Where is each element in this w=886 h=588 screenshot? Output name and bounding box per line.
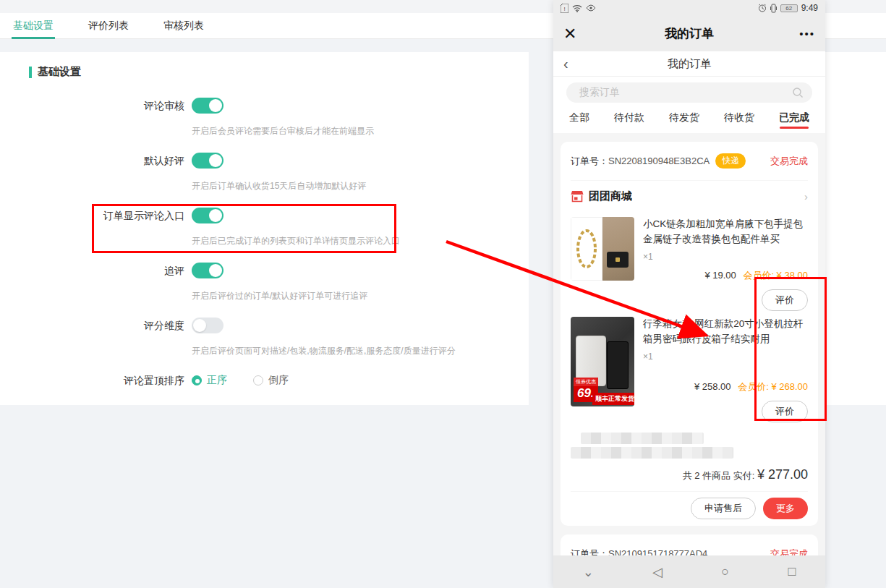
default-good-review-toggle[interactable]	[192, 153, 223, 169]
product-image-chain-bag	[571, 217, 634, 281]
product-image-luggage: 领券优惠 69. 顺丰正常发货	[571, 317, 634, 406]
member-price: 会员价: ¥ 268.00	[738, 381, 808, 392]
back-chevron-icon[interactable]: ‹	[563, 56, 607, 71]
setting-label: 评论置顶排序	[29, 372, 184, 388]
setting-row-comment-audit: 评论审核 开启后会员评论需要后台审核后才能在前端显示	[29, 98, 529, 137]
setting-row-rating-dimension: 评分维度 开启后评价页面可对描述/包装,物流服务/配送,服务态度/质量进行评分	[29, 318, 529, 357]
sort-desc-radio[interactable]: 倒序	[253, 374, 289, 387]
follow-up-review-toggle[interactable]	[192, 263, 223, 278]
alarm-icon	[758, 4, 767, 12]
order-no-label: 订单号：	[571, 155, 608, 168]
svg-text:!: !	[563, 6, 565, 12]
sdcard-alert-icon: !	[561, 4, 568, 13]
sort-asc-radio[interactable]: 正序	[192, 374, 227, 387]
more-menu-icon[interactable]: •••	[764, 27, 815, 40]
shop-row[interactable]: 团团商城 ›	[571, 181, 808, 211]
order-status-tabs: 全部 待付款 待发货 待收货 已完成	[553, 107, 825, 133]
search-icon	[792, 87, 804, 98]
phone-status-bar: ! 62 9:49	[553, 0, 825, 16]
tab-review-list[interactable]: 评价列表	[88, 13, 129, 39]
phone-screenshot: ! 62 9:49 ✕ 我的订单 ••• ‹ 我的订单 搜索订单 全部 待付款 …	[553, 0, 825, 588]
radio-label: 正序	[207, 374, 227, 387]
search-bar-wrap: 搜索订单	[553, 77, 825, 107]
after-sale-button[interactable]: 申请售后	[691, 498, 756, 519]
comment-sort-radio-group: 正序 倒序	[192, 372, 289, 387]
more-button[interactable]: 更多	[763, 498, 808, 519]
section-title-text: 基础设置	[38, 65, 81, 79]
tab-pending-receipt[interactable]: 待收货	[724, 111, 754, 133]
product-qty: ×1	[643, 351, 808, 362]
coupon-tag: 领券优惠	[574, 378, 598, 386]
basic-settings-panel: 基础设置 评论审核 开启后会员评论需要后台审核后才能在前端显示 默认好评 开启后…	[0, 52, 529, 405]
member-price: 会员价: ¥ 38.00	[743, 270, 808, 281]
android-recents-icon[interactable]: □	[788, 564, 796, 579]
rating-dimension-toggle[interactable]	[192, 318, 223, 333]
order-status: 交易完成	[770, 155, 808, 168]
order-item-2[interactable]: 领券优惠 69. 顺丰正常发货 行李箱女ins网红新款20寸小登机拉杆箱男密码旅…	[571, 317, 808, 422]
shop-icon	[571, 190, 584, 203]
tab-all[interactable]: 全部	[569, 111, 589, 133]
setting-desc: 开启后会员评论需要后台审核后才能在前端显示	[192, 125, 374, 137]
tab-audit-list[interactable]: 审核列表	[163, 13, 204, 39]
order-review-entry-toggle[interactable]	[192, 208, 223, 223]
admin-card-right-patch	[825, 52, 886, 405]
section-title: 基础设置	[29, 65, 529, 79]
review-button-2[interactable]: 评价	[762, 401, 808, 422]
order-card-1: 订单号： SN2208190948E3B2CA 快递 交易完成 团团商城 › 小…	[561, 142, 818, 526]
setting-row-comment-sort: 评论置顶排序 正序 倒序	[29, 372, 529, 388]
android-back-icon[interactable]: ◁	[652, 564, 663, 580]
setting-label: 评分维度	[29, 318, 184, 357]
chevron-right-icon: ›	[804, 190, 808, 203]
radio-dot-icon	[253, 375, 263, 385]
order-header: 订单号： SN2208190948E3B2CA 快递 交易完成	[571, 142, 808, 181]
setting-desc: 开启后评价过的订单/默认好评订单可进行追评	[192, 290, 367, 302]
express-badge: 快递	[715, 153, 746, 169]
shop-name: 团团商城	[589, 189, 632, 203]
radio-dot-icon	[192, 375, 202, 385]
order-total-row: 共 2 件商品 实付: ¥ 277.00	[571, 459, 808, 491]
setting-desc: 开启后已完成订单的列表页和订单详情页显示评论入口	[192, 235, 400, 247]
setting-row-follow-up-review: 追评 开启后评价过的订单/默认好评订单可进行追评	[29, 263, 529, 302]
product-title: 小CK链条加粗加宽单肩腋下包手提包金属链子改造替换包包配件单买	[643, 217, 808, 247]
vibrate-icon	[770, 4, 777, 13]
sub-nav-title: 我的订单	[607, 57, 772, 71]
phone-page-title: 我的订单	[614, 25, 764, 42]
eye-protection-icon	[586, 4, 596, 12]
battery-icon: 62	[780, 4, 798, 12]
phone-sub-nav: ‹ 我的订单	[553, 51, 825, 77]
setting-desc: 开启后订单确认收货15天后自动增加默认好评	[192, 180, 366, 192]
search-input[interactable]: 搜索订单	[566, 82, 812, 103]
android-nav-bar: ⌄ ◁ ○ □	[553, 555, 825, 588]
close-icon[interactable]: ✕	[563, 25, 614, 43]
gold-chain-graphic	[574, 227, 599, 270]
search-placeholder: 搜索订单	[579, 86, 792, 99]
comment-audit-toggle[interactable]	[192, 98, 223, 114]
android-home-icon[interactable]: ○	[721, 564, 729, 579]
product-qty: ×1	[643, 252, 808, 262]
order-total-amount: ¥ 277.00	[757, 467, 808, 482]
order-item-1[interactable]: 小CK链条加粗加宽单肩腋下包手提包金属链子改造替换包包配件单买 ×1 ¥ 19.…	[571, 217, 808, 311]
order-total-label: 共 2 件商品 实付:	[683, 470, 757, 481]
section-title-bar	[29, 67, 32, 78]
blurred-private-text	[571, 433, 733, 459]
setting-label: 评论审核	[29, 98, 184, 137]
order-footer-actions: 申请售后 更多	[571, 491, 808, 526]
radio-label: 倒序	[268, 374, 289, 387]
tab-basic-settings[interactable]: 基础设置	[13, 13, 54, 39]
setting-desc: 开启后评价页面可对描述/包装,物流服务/配送,服务态度/质量进行评分	[192, 345, 456, 357]
setting-row-default-good-review: 默认好评 开启后订单确认收货15天后自动增加默认好评	[29, 153, 529, 192]
phone-title-bar: ✕ 我的订单 •••	[553, 16, 825, 51]
tab-completed[interactable]: 已完成	[779, 111, 809, 133]
tab-pending-shipment[interactable]: 待发货	[669, 111, 699, 133]
setting-row-order-review-entry: 订单显示评论入口 开启后已完成订单的列表页和订单详情页显示评论入口	[29, 208, 529, 247]
shipping-banner: 顺丰正常发货	[592, 393, 634, 405]
review-button-1[interactable]: 评价	[762, 289, 808, 311]
hide-nav-icon[interactable]: ⌄	[583, 564, 594, 580]
status-time: 9:49	[801, 3, 818, 13]
product-price: ¥ 258.00	[694, 381, 731, 392]
setting-label: 订单显示评论入口	[29, 208, 184, 247]
product-title: 行李箱女ins网红新款20寸小登机拉杆箱男密码旅行皮箱子结实耐用	[643, 317, 808, 347]
wifi-icon	[572, 4, 582, 12]
setting-label: 默认好评	[29, 153, 184, 192]
tab-pending-payment[interactable]: 待付款	[614, 111, 644, 133]
